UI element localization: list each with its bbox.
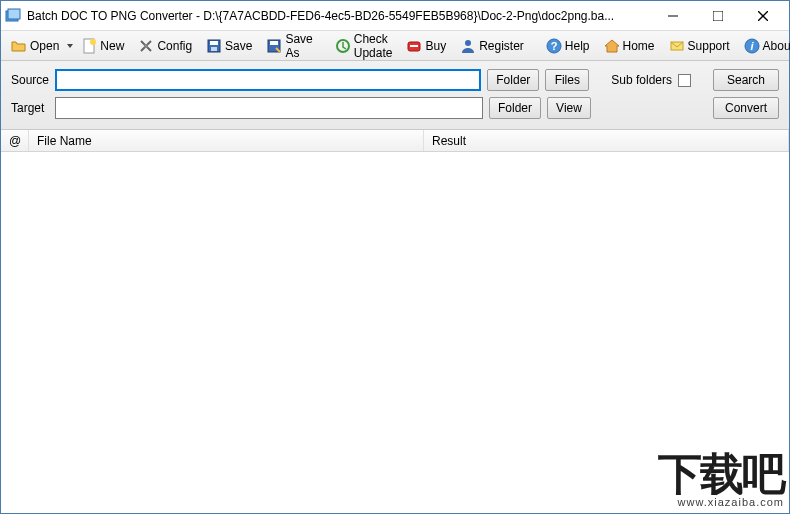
minimize-icon [668, 11, 678, 21]
window-title: Batch DOC TO PNG Converter - D:\{7A7ACBD… [27, 9, 650, 23]
search-button[interactable]: Search [713, 69, 779, 91]
svg-rect-1 [8, 9, 20, 19]
source-label: Source [11, 73, 49, 87]
config-label: Config [157, 39, 192, 53]
saveas-label: Save As [285, 32, 312, 60]
source-folder-button[interactable]: Folder [487, 69, 539, 91]
save-icon [206, 38, 222, 54]
source-files-button[interactable]: Files [545, 69, 589, 91]
chevron-down-icon [67, 44, 73, 48]
buy-button[interactable]: Buy [400, 34, 452, 58]
list-header: @ File Name Result [1, 130, 789, 152]
help-button[interactable]: ? Help [540, 34, 596, 58]
saveas-button[interactable]: Save As [260, 34, 318, 58]
save-button[interactable]: Save [200, 34, 258, 58]
subfolders-label: Sub folders [611, 73, 672, 87]
register-label: Register [479, 39, 524, 53]
checkupdate-button[interactable]: Check Update [329, 34, 399, 58]
close-icon [758, 11, 768, 21]
config-button[interactable]: Config [132, 34, 198, 58]
target-view-button[interactable]: View [547, 97, 591, 119]
buy-label: Buy [425, 39, 446, 53]
help-label: Help [565, 39, 590, 53]
file-list[interactable] [1, 152, 789, 513]
info-icon: i [744, 38, 760, 54]
column-at[interactable]: @ [1, 130, 29, 151]
help-icon: ? [546, 38, 562, 54]
minimize-button[interactable] [650, 2, 695, 30]
support-button[interactable]: Support [663, 34, 736, 58]
maximize-icon [713, 11, 723, 21]
source-row: Source Folder Files Sub folders Search [11, 69, 779, 91]
about-button[interactable]: i About [738, 34, 790, 58]
svg-text:?: ? [550, 40, 557, 52]
target-folder-button[interactable]: Folder [489, 97, 541, 119]
user-icon [460, 38, 476, 54]
svg-rect-16 [410, 45, 418, 47]
subfolders-checkbox[interactable] [678, 74, 691, 87]
gear-icon [138, 38, 154, 54]
new-label: New [100, 39, 124, 53]
toolbar: Open New Config Save Save As Check Updat… [1, 31, 789, 61]
update-icon [335, 38, 351, 54]
titlebar: Batch DOC TO PNG Converter - D:\{7A7ACBD… [1, 1, 789, 31]
source-input[interactable] [55, 69, 481, 91]
support-label: Support [688, 39, 730, 53]
column-filename[interactable]: File Name [29, 130, 424, 151]
home-label: Home [623, 39, 655, 53]
home-button[interactable]: Home [598, 34, 661, 58]
target-label: Target [11, 101, 49, 115]
app-icon [5, 8, 21, 24]
register-button[interactable]: Register [454, 34, 530, 58]
svg-rect-11 [211, 47, 217, 51]
new-button[interactable]: New [75, 34, 130, 58]
cart-icon [406, 38, 422, 54]
about-label: About [763, 39, 790, 53]
svg-point-17 [465, 40, 471, 46]
target-row: Target Folder View Convert [11, 97, 779, 119]
open-dropdown[interactable] [67, 34, 73, 58]
checkupdate-label: Check Update [354, 32, 393, 60]
maximize-button[interactable] [695, 2, 740, 30]
svg-point-8 [144, 44, 148, 48]
saveas-icon [266, 38, 282, 54]
open-label: Open [30, 39, 59, 53]
folder-open-icon [11, 38, 27, 54]
convert-button[interactable]: Convert [713, 97, 779, 119]
support-icon [669, 38, 685, 54]
target-input[interactable] [55, 97, 483, 119]
svg-rect-13 [270, 41, 278, 45]
open-button[interactable]: Open [5, 34, 65, 58]
close-button[interactable] [740, 2, 785, 30]
svg-rect-10 [210, 41, 218, 45]
column-result[interactable]: Result [424, 130, 789, 151]
new-file-icon [81, 38, 97, 54]
home-icon [604, 38, 620, 54]
svg-point-7 [90, 39, 96, 45]
form-area: Source Folder Files Sub folders Search T… [1, 61, 789, 130]
svg-rect-3 [713, 11, 723, 21]
save-label: Save [225, 39, 252, 53]
